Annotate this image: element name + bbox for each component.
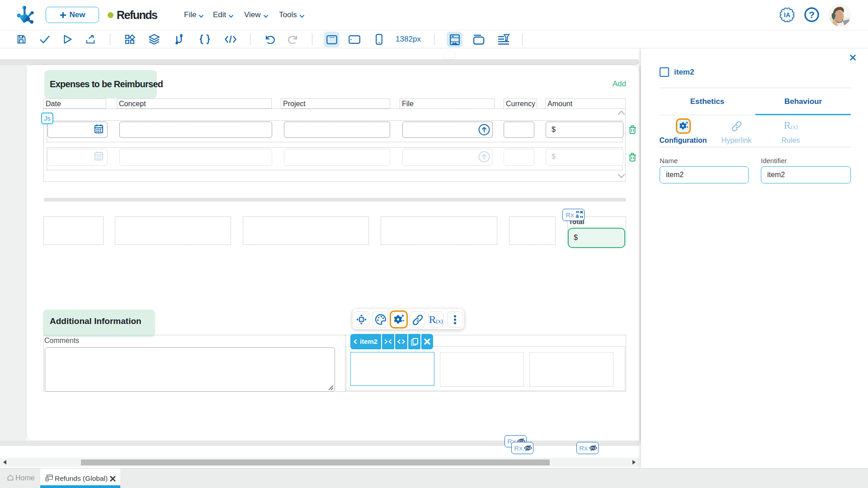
svg-text:IA: IA: [784, 11, 790, 19]
svg-text:a: a: [576, 212, 579, 219]
svg-text:?: ?: [809, 9, 815, 20]
